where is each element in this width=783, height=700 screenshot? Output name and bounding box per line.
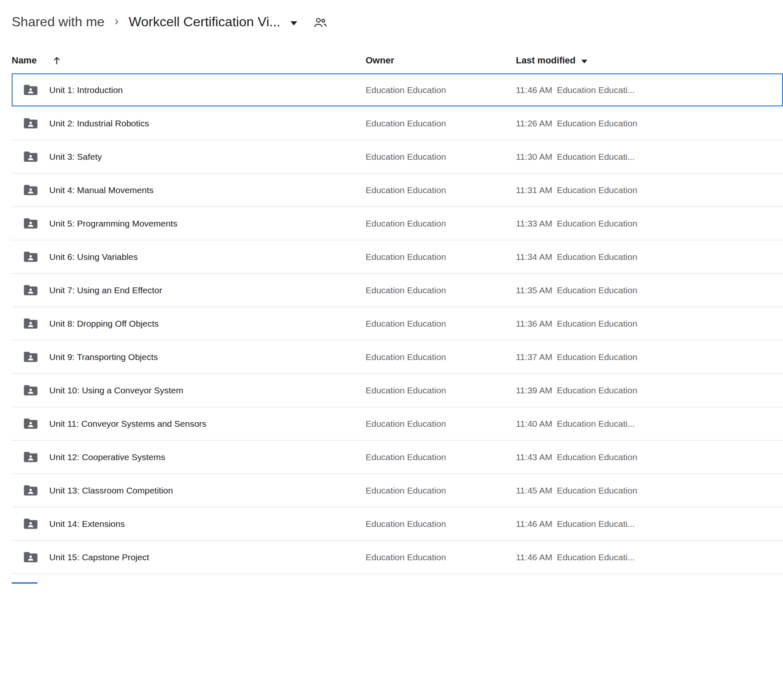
file-row[interactable]: Unit 11: Conveyor Systems and Sensors Ed…: [12, 407, 783, 441]
file-last-modified: 11:35 AM Education Education: [516, 285, 783, 295]
file-row[interactable]: Unit 12: Cooperative Systems Education E…: [12, 441, 783, 474]
file-last-modified: 11:46 AM Education Educati...: [516, 552, 783, 562]
file-owner: Education Education: [366, 519, 516, 529]
sort-ascending-icon: [52, 55, 62, 65]
file-owner: Education Education: [366, 219, 516, 229]
column-header-last-modified-label: Last modified: [516, 55, 576, 66]
file-row[interactable]: Unit 14: Extensions Education Education …: [12, 507, 783, 541]
file-name: Unit 9: Transporting Objects: [49, 352, 158, 362]
file-row[interactable]: Unit 1: Introduction Education Education…: [12, 73, 783, 107]
file-name: Unit 5: Programming Movements: [49, 219, 177, 229]
file-last-modified: 11:46 AM Education Educati...: [516, 519, 783, 529]
shared-folder-icon: [24, 351, 38, 363]
column-header-last-modified[interactable]: Last modified: [516, 55, 783, 66]
shared-folder-icon: [24, 184, 38, 196]
file-owner: Education Education: [366, 486, 516, 496]
modified-by: Education Educati...: [557, 552, 635, 562]
file-name-cell: Unit 15: Capstone Project: [12, 551, 366, 563]
file-last-modified: 11:46 AM Education Educati...: [516, 85, 783, 95]
file-last-modified: 11:34 AM Education Education: [516, 252, 783, 262]
file-name: Unit 6: Using Variables: [49, 252, 138, 262]
file-name-cell: Unit 14: Extensions: [12, 518, 366, 529]
modified-by: Education Education: [557, 486, 637, 496]
file-row[interactable]: Unit 3: Safety Education Education 11:30…: [12, 140, 783, 174]
shared-folder-icon: [24, 251, 38, 262]
file-name-cell: Unit 8: Dropping Off Objects: [12, 318, 366, 329]
modified-time: 11:37 AM: [516, 352, 552, 362]
file-row[interactable]: Unit 8: Dropping Off Objects Education E…: [12, 307, 783, 340]
modified-time: 11:33 AM: [516, 219, 552, 229]
modified-by: Education Education: [557, 319, 637, 329]
file-last-modified: 11:36 AM Education Education: [516, 319, 783, 329]
modified-by: Education Education: [557, 452, 637, 462]
shared-folder-icon: [24, 518, 38, 529]
file-name-cell: Unit 7: Using an End Effector: [12, 285, 366, 296]
file-row[interactable]: Unit 15: Capstone Project Education Educ…: [12, 541, 783, 574]
file-row[interactable]: Unit 4: Manual Movements Education Educa…: [12, 174, 783, 207]
shared-folder-icon: [24, 84, 38, 96]
file-name: Unit 4: Manual Movements: [49, 185, 154, 195]
file-name-cell: Unit 4: Manual Movements: [12, 184, 366, 196]
modified-by: Education Education: [557, 385, 637, 395]
file-name-cell: Unit 6: Using Variables: [12, 251, 366, 262]
sort-descending-icon: [581, 58, 587, 63]
file-name: Unit 12: Cooperative Systems: [49, 452, 165, 462]
file-owner: Education Education: [366, 118, 516, 128]
file-name-cell: Unit 12: Cooperative Systems: [12, 451, 366, 463]
file-owner: Education Education: [366, 285, 516, 295]
breadcrumb-shared-with-me[interactable]: Shared with me: [12, 12, 104, 32]
modified-time: 11:43 AM: [516, 452, 552, 462]
breadcrumb-current-folder[interactable]: Workcell Certification Vi...: [129, 12, 280, 32]
modified-by: Education Education: [557, 118, 637, 128]
modified-time: 11:26 AM: [516, 118, 552, 128]
file-name: Unit 15: Capstone Project: [49, 552, 149, 562]
modified-time: 11:39 AM: [516, 385, 552, 395]
shared-folder-icon: [24, 418, 38, 429]
partial-selection-indicator: [12, 582, 38, 584]
file-row[interactable]: Unit 9: Transporting Objects Education E…: [12, 340, 783, 374]
file-name: Unit 11: Conveyor Systems and Sensors: [49, 419, 207, 429]
file-last-modified: 11:37 AM Education Education: [516, 352, 783, 362]
shared-folder-icon: [24, 118, 38, 129]
breadcrumb-chevron-icon: ›: [114, 14, 119, 28]
modified-time: 11:31 AM: [516, 185, 552, 195]
file-owner: Education Education: [366, 152, 516, 162]
folder-menu-dropdown[interactable]: [290, 16, 297, 27]
file-name-cell: Unit 13: Classroom Competition: [12, 485, 366, 496]
file-list: Name Owner Last modified Unit 1: [12, 48, 783, 574]
file-last-modified: 11:30 AM Education Educati...: [516, 152, 783, 162]
file-last-modified: 11:26 AM Education Education: [516, 118, 783, 128]
file-name: Unit 7: Using an End Effector: [49, 285, 162, 295]
file-owner: Education Education: [366, 452, 516, 462]
shared-folder-icon: [24, 285, 38, 296]
file-owner: Education Education: [366, 552, 516, 562]
shared-folder-icon: [24, 451, 38, 463]
file-owner: Education Education: [366, 185, 516, 195]
file-last-modified: 11:31 AM Education Education: [516, 185, 783, 195]
file-row[interactable]: Unit 5: Programming Movements Education …: [12, 207, 783, 240]
modified-time: 11:46 AM: [516, 85, 552, 95]
modified-time: 11:46 AM: [516, 519, 552, 529]
table-header: Name Owner Last modified: [12, 48, 783, 73]
column-header-name[interactable]: Name: [12, 55, 366, 66]
modified-time: 11:46 AM: [516, 552, 552, 562]
file-owner: Education Education: [366, 252, 516, 262]
file-name: Unit 1: Introduction: [49, 85, 123, 95]
file-name: Unit 14: Extensions: [49, 519, 125, 529]
modified-by: Education Education: [557, 219, 637, 229]
file-row[interactable]: Unit 6: Using Variables Education Educat…: [12, 240, 783, 274]
shared-folder-icon: [24, 218, 38, 229]
file-last-modified: 11:33 AM Education Education: [516, 219, 783, 229]
file-row[interactable]: Unit 2: Industrial Robotics Education Ed…: [12, 107, 783, 140]
file-row[interactable]: Unit 10: Using a Conveyor System Educati…: [12, 374, 783, 407]
modified-by: Education Educati...: [557, 152, 635, 162]
modified-by: Education Education: [557, 252, 637, 262]
shared-folder-icon: [24, 385, 38, 396]
file-owner: Education Education: [366, 385, 516, 395]
shared-folder-icon: [24, 151, 38, 162]
column-header-owner[interactable]: Owner: [366, 55, 516, 66]
file-row[interactable]: Unit 13: Classroom Competition Education…: [12, 474, 783, 507]
file-row[interactable]: Unit 7: Using an End Effector Education …: [12, 274, 783, 307]
modified-by: Education Educati...: [557, 419, 635, 429]
breadcrumb: Shared with me › Workcell Certification …: [0, 0, 783, 33]
